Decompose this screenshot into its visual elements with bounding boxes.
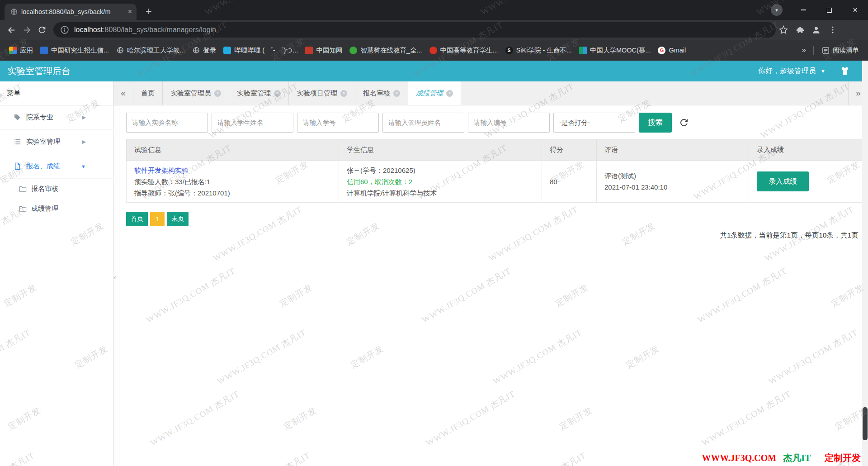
url-path: :8080/lab_sys/back/managers/login [103,26,216,33]
folder-icon [19,205,27,212]
watermark-credit: WWW.JF3Q.COM 杰凡IT 定制开发 [702,452,861,464]
sidebar-subitem-enroll-review[interactable]: 报名审核 [0,179,113,199]
back-icon[interactable] [4,22,19,38]
student-id-input[interactable] [297,113,379,133]
bookmarks-overflow-icon[interactable]: » [799,46,809,55]
tab-close-icon[interactable]: × [128,8,132,15]
enter-score-button[interactable]: 录入成绩 [757,171,809,191]
extensions-icon[interactable] [795,25,805,35]
student-name-id: 张三(学号：20210625) [347,165,542,176]
table-header-row: 试验信息 学生信息 得分 评语 录入成绩 [127,139,864,161]
content-area: -是否打分- 搜索 试验信息 学生信息 得分 评语 录入成绩 [119,105,862,466]
header-right-group: 你好，超级管理员 ▼ [758,66,861,76]
profile-icon[interactable] [811,25,821,35]
tab-close-icon[interactable]: × [274,90,281,97]
remark-text: 评语(测试) [604,170,749,181]
credit-brand: 杰凡IT [783,453,811,463]
chevron-right-icon: ▶ [82,139,86,145]
bookmark-bilibili[interactable]: 哔哩哔哩 ( ゜- ゜)つ... [220,44,302,57]
code-input[interactable] [468,113,550,133]
apps-grid-icon [9,47,17,54]
bookmark-item[interactable]: 智慧树在线教育_全... [346,44,425,57]
credit-site: WWW.JF3Q.COM [702,453,776,463]
tree-icon [349,47,357,54]
manager-name-input[interactable] [382,113,464,133]
bookmark-item[interactable]: 哈尔滨理工大学教... [113,44,189,57]
tab-close-icon[interactable]: × [214,90,221,97]
bookmark-siki[interactable]: SiKi学院 - 生命不... [502,44,576,57]
tab-lab-admins[interactable]: 实验室管理员 × [163,81,229,105]
bilibili-icon [223,47,231,54]
bookmark-mooc[interactable]: 中国大学MOOC(慕... [576,44,655,57]
close-window-button[interactable]: × [842,0,868,20]
site-info-icon[interactable] [61,26,69,34]
browser-tab[interactable]: localhost:8080/lab_sys/back/m × [5,4,137,20]
bookmark-item[interactable]: 登录 [189,44,220,57]
globe-icon [192,47,200,54]
new-tab-button[interactable]: + [142,5,156,18]
flame-icon [429,47,437,54]
tab-project-management[interactable]: 实验项目管理 × [289,81,355,105]
tab-close-icon[interactable]: × [340,90,347,97]
bookmark-apps[interactable]: 应用 [5,44,37,57]
bookmark-gmail[interactable]: Gmail [654,45,689,56]
sidebar: 菜单 院系专业 ▶ 实验室管理 ▶ 报名、成绩 ▼ [0,81,113,466]
mooc-flag-icon [579,47,587,54]
pagination-current-page[interactable]: 1 [150,212,165,226]
cnki-icon [305,47,313,54]
experiment-info-cell: 软件开发架构实验 预实验人数：33/已报名:1 指导教师：张(编号：202107… [127,161,339,203]
sidebar-subitem-score-management[interactable]: 成绩管理 [0,199,113,219]
tab-close-icon[interactable]: × [393,90,400,97]
bookmark-item[interactable]: 中国高等教育学生... [426,44,502,57]
experiment-name-input[interactable] [126,113,208,133]
maximize-button[interactable] [816,0,842,20]
sidebar-collapse-strip[interactable]: ‹ [113,105,119,466]
bookmark-cnki[interactable]: 中国知网 [302,44,346,57]
globe-icon [10,8,18,16]
reading-list-button[interactable]: 阅读清单 [818,44,863,57]
forward-icon[interactable] [19,22,34,38]
reload-icon[interactable] [34,22,50,38]
tab-search-icon[interactable]: ▾ [771,4,783,16]
experiment-teacher: 指导教师：张(编号：20210701) [134,187,339,199]
menu-kebab-icon[interactable] [828,25,838,35]
tabs-scroll-left-icon[interactable]: « [113,81,133,105]
gmail-icon [658,47,665,54]
page-scrollbar[interactable] [862,61,868,466]
scored-select[interactable]: -是否打分- [553,113,635,133]
pagination-first-button[interactable]: 首页 [126,212,148,226]
experiment-link[interactable]: 软件开发架构实验 [134,166,189,174]
reading-list-icon [822,47,830,54]
remark-cell: 评语(测试) 2021-07-01 23:40:10 [597,161,749,203]
theme-shirt-icon[interactable] [840,66,850,76]
bookmarks-right-group: » 阅读清单 [799,44,863,57]
collapse-arrow-icon: ‹ [114,274,116,281]
window-controls: ▾ × [771,0,868,20]
sidebar-item-lab-management[interactable]: 实验室管理 ▶ [0,130,113,154]
tab-home[interactable]: 首页 [133,81,163,105]
chevron-down-icon[interactable]: ▼ [821,68,826,74]
scrollbar-thumb[interactable] [863,407,868,440]
view-tab-bar: « 首页 实验室管理员 × 实验室管理 × 实验项目管理 × 报名审核 × 成绩… [113,81,868,105]
pagination-summary: 共1条数据，当前是第1页，每页10条，共1页 [126,231,862,240]
sidebar-item-label: 报名、成绩 [26,162,60,171]
tab-score-management[interactable]: 成绩管理 × [408,81,461,105]
bookmark-item[interactable]: 中国研究生招生信... [37,44,113,57]
refresh-icon[interactable] [679,117,689,128]
tab-enroll-review[interactable]: 报名审核 × [355,81,408,105]
student-name-input[interactable] [212,113,293,133]
address-bar[interactable]: localhost:8080/lab_sys/back/managers/log… [53,22,776,38]
main-row: 菜单 院系专业 ▶ 实验室管理 ▶ 报名、成绩 ▼ [0,81,868,466]
document-icon [14,162,21,170]
sidebar-item-departments[interactable]: 院系专业 ▶ [0,105,113,130]
pagination-last-button[interactable]: 末页 [167,212,189,226]
user-greeting[interactable]: 你好，超级管理员 [758,67,816,76]
minimize-button[interactable] [791,0,816,20]
sidebar-item-enroll-scores[interactable]: 报名、成绩 ▼ [0,154,113,179]
browser-toolbar: localhost:8080/lab_sys/back/managers/log… [0,20,868,40]
search-button[interactable]: 搜索 [639,113,672,133]
bookmark-star-icon[interactable] [778,25,788,35]
tab-close-icon[interactable]: × [446,90,453,97]
sidebar-subitem-label: 成绩管理 [31,204,58,213]
tab-lab-management[interactable]: 实验室管理 × [229,81,289,105]
